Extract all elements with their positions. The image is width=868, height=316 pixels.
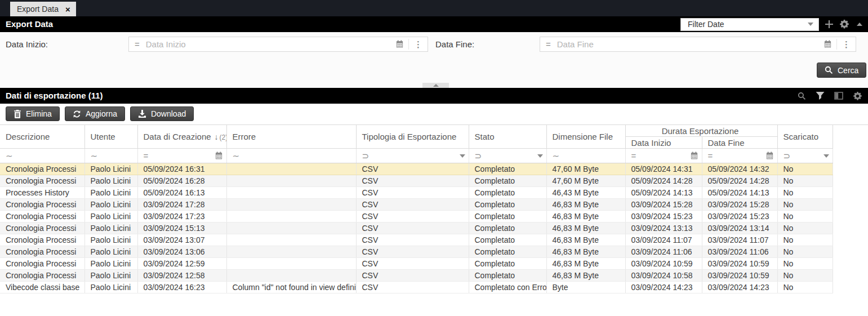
column-header-durata-data-fine[interactable]: Data Fine: [702, 137, 777, 149]
filter-operator-icon[interactable]: ∼: [553, 151, 560, 161]
column-label: Data di Creazione: [144, 132, 211, 141]
cell-scaricato: No: [777, 234, 833, 246]
cell-tipologia-di-esportazione: CSV: [356, 258, 469, 270]
filler-cell: [833, 222, 868, 234]
table-row[interactable]: Cronologia ProcessiPaolo Licini05/09/202…: [0, 163, 868, 175]
chevron-down-icon: [808, 23, 813, 26]
calendar-icon[interactable]: [690, 152, 698, 160]
filter-operator-icon[interactable]: ∼: [91, 151, 98, 161]
calendar-icon[interactable]: [765, 152, 774, 160]
chevron-down-icon[interactable]: [460, 154, 465, 158]
calendar-icon[interactable]: [391, 37, 408, 51]
filler-cell: [833, 187, 868, 199]
cell-data-fine: 03/09/2024 14:23: [702, 282, 777, 293]
cell-utente: Paolo Licini: [84, 187, 137, 199]
filter-cell-3[interactable]: ∼: [226, 149, 356, 163]
filter-operator-icon[interactable]: ⊃: [362, 151, 370, 161]
column-header-descrizione[interactable]: Descrizione: [0, 125, 84, 149]
table-row[interactable]: Cronologia ProcessiPaolo Licini03/09/202…: [0, 222, 868, 234]
cell-stato: Completato: [469, 163, 546, 175]
data-inizio-field[interactable]: = ⋮: [128, 37, 428, 52]
aggiorna-button[interactable]: Aggiorna: [65, 106, 125, 121]
cell-dimensione-file: 46,83 M Byte: [546, 211, 625, 222]
close-icon[interactable]: ×: [65, 5, 70, 14]
cell-descrizione: Cronologia Processi: [0, 258, 84, 270]
filter-cell-5[interactable]: ⊃: [469, 149, 546, 163]
collapse-handle[interactable]: [422, 83, 449, 88]
column-group-durata-esportazione[interactable]: Durata Esportazione: [625, 125, 777, 137]
download-button-label: Download: [151, 109, 186, 118]
equals-operator-icon[interactable]: =: [129, 39, 145, 49]
data-fine-field[interactable]: = ⋮: [540, 37, 856, 52]
cell-utente: Paolo Licini: [84, 246, 137, 258]
column-header-durata-data-inizio[interactable]: Data Inizio: [625, 137, 702, 149]
tab-export-data[interactable]: Export Data ×: [10, 2, 76, 16]
chevron-down-icon[interactable]: [824, 154, 829, 158]
filter-operator-icon[interactable]: ∼: [233, 151, 240, 161]
column-header-scaricato[interactable]: Scaricato: [777, 125, 833, 149]
filter-cell-9[interactable]: ⊃: [777, 149, 833, 163]
column-header-utente[interactable]: Utente: [84, 125, 137, 149]
filter-operator-icon[interactable]: =: [144, 151, 149, 161]
column-header-dimensione-file[interactable]: Dimensione File: [546, 125, 625, 149]
chevron-down-icon[interactable]: [537, 154, 543, 158]
filter-date-select[interactable]: Filter Date: [680, 18, 819, 31]
filter-cell-8[interactable]: =: [702, 149, 777, 163]
add-icon[interactable]: [824, 19, 834, 29]
data-inizio-input[interactable]: [145, 39, 391, 50]
tab-strip: Export Data ×: [0, 0, 868, 16]
table-row[interactable]: Cronologia ProcessiPaolo Licini03/09/202…: [0, 211, 868, 222]
calendar-icon[interactable]: [819, 37, 836, 51]
filter-cell-7[interactable]: =: [625, 149, 702, 163]
filter-operator-icon[interactable]: ⊃: [475, 151, 482, 161]
filter-operator-icon[interactable]: ⊃: [784, 151, 791, 161]
filter-cell-6[interactable]: ∼: [546, 149, 625, 163]
table-row[interactable]: Processes HistoryPaolo Licini05/09/2024 …: [0, 187, 868, 199]
filter-icon[interactable]: [815, 91, 825, 101]
download-button[interactable]: Download: [130, 106, 194, 121]
search-panel-icon[interactable]: [796, 91, 807, 101]
column-header-stato[interactable]: Stato: [469, 125, 546, 149]
filler-column: [833, 125, 868, 149]
grid-settings-gear-icon[interactable]: [852, 91, 862, 101]
table-row[interactable]: Cronologia ProcessiPaolo Licini05/09/202…: [0, 175, 868, 187]
cell-errore: [226, 234, 356, 246]
cell-errore: [226, 163, 356, 175]
kebab-menu-icon[interactable]: ⋮: [837, 39, 856, 50]
cell-data-inizio: 05/09/2024 14:31: [625, 163, 702, 175]
cell-scaricato: No: [777, 187, 833, 199]
filter-cell-0[interactable]: ∼: [0, 149, 84, 163]
cerca-button[interactable]: Cerca: [817, 63, 866, 78]
table-row[interactable]: Cronologia ProcessiPaolo Licini03/09/202…: [0, 258, 868, 270]
column-chooser-icon[interactable]: [834, 91, 844, 101]
column-header-data-di-creazione[interactable]: Data di Creazione↓(2): [137, 125, 226, 149]
cell-data-di-creazione: 03/09/2024 13:07: [137, 234, 226, 246]
equals-operator-icon[interactable]: =: [540, 39, 556, 49]
cell-data-inizio: 03/09/2024 11:07: [625, 234, 702, 246]
cell-errore: [226, 187, 356, 199]
collapse-panel-icon[interactable]: [854, 19, 865, 29]
table-row[interactable]: Cronologia ProcessiPaolo Licini03/09/202…: [0, 199, 868, 211]
table-row[interactable]: Cronologia ProcessiPaolo Licini03/09/202…: [0, 234, 868, 246]
elimina-button-label: Elimina: [26, 109, 52, 118]
column-header-errore[interactable]: Errore: [226, 125, 356, 149]
table-row[interactable]: Cronologia ProcessiPaolo Licini03/09/202…: [0, 246, 868, 258]
gear-icon[interactable]: [839, 19, 849, 29]
tab-label: Export Data: [17, 5, 59, 14]
column-header-tipologia[interactable]: Tipologia di Esportazione: [356, 125, 469, 149]
filter-operator-icon[interactable]: =: [708, 151, 713, 161]
elimina-button[interactable]: Elimina: [6, 106, 60, 121]
filter-operator-icon[interactable]: =: [631, 151, 636, 161]
cell-stato: Completato: [469, 270, 546, 282]
calendar-icon[interactable]: [215, 152, 223, 160]
kebab-menu-icon[interactable]: ⋮: [409, 39, 428, 50]
cell-descrizione: Cronologia Processi: [0, 270, 84, 282]
filter-cell-1[interactable]: ∼: [84, 149, 137, 163]
data-inizio-label: Data Inizio:: [6, 39, 48, 49]
filter-cell-2[interactable]: =: [137, 149, 226, 163]
filter-cell-4[interactable]: ⊃: [356, 149, 469, 163]
filter-operator-icon[interactable]: ∼: [6, 151, 13, 161]
table-row[interactable]: Vibecode classi basePaolo Licini03/09/20…: [0, 282, 868, 293]
data-fine-input[interactable]: [556, 39, 819, 50]
table-row[interactable]: Cronologia ProcessiPaolo Licini03/09/202…: [0, 270, 868, 282]
